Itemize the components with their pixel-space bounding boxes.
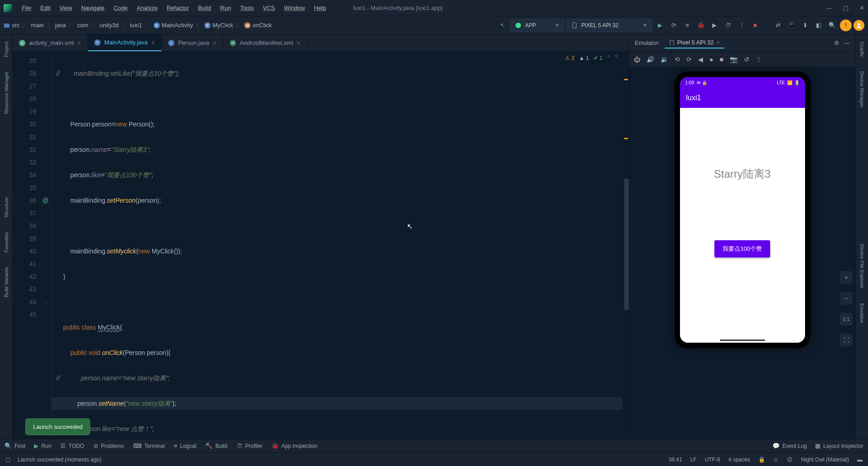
emu-overview-icon[interactable]: ■: [719, 56, 723, 63]
crumb-myclick[interactable]: CMyClick: [204, 22, 233, 29]
emu-rotate-left-icon[interactable]: ⟲: [675, 56, 680, 63]
close-tab-icon[interactable]: ×: [297, 39, 300, 47]
emulator-device-tab[interactable]: Pixel 5 API 32 ×: [665, 37, 725, 49]
code-editor[interactable]: ⚠ 2 ▲ 1 ✔ 1 ˄ ˅ 252627282930313233343536…: [13, 52, 629, 439]
emu-home-icon[interactable]: ●: [709, 56, 713, 63]
emu-volume-up-icon[interactable]: 🔊: [646, 56, 654, 63]
toggle-read-only-icon[interactable]: 🔒: [758, 456, 765, 463]
fold-end-icon[interactable]: ⌄: [40, 283, 51, 296]
crumb-com[interactable]: com: [77, 22, 88, 29]
tab-mainactivity[interactable]: C MainActivity.java ×: [88, 34, 162, 51]
emu-more-icon[interactable]: ⋮: [756, 56, 762, 63]
tool-layout-inspector[interactable]: ▦Layout Inspector: [815, 442, 863, 449]
menu-code[interactable]: Code: [109, 5, 132, 11]
tool-project[interactable]: Project: [4, 39, 9, 60]
menu-edit[interactable]: Edit: [36, 5, 55, 11]
line-separator[interactable]: LF: [690, 456, 697, 463]
theme-name[interactable]: Night Owl (Material): [801, 456, 849, 463]
emu-rotate-right-icon[interactable]: ⟳: [686, 56, 692, 63]
avd-manager-icon[interactable]: 📱: [786, 19, 797, 31]
menu-help[interactable]: Help: [309, 5, 331, 11]
tool-event-log[interactable]: 💬Event Log: [772, 442, 807, 449]
menu-navigate[interactable]: Navigate: [77, 5, 109, 11]
prev-highlight-icon[interactable]: ˄: [607, 54, 610, 62]
face-icon[interactable]: ☺: [773, 456, 779, 463]
crumb-onclick[interactable]: monClick: [244, 22, 272, 29]
stop-button[interactable]: ■: [749, 19, 761, 31]
tool-device-manager[interactable]: Device Manager: [859, 68, 865, 110]
debug-icon[interactable]: 🐞: [695, 19, 707, 31]
close-emulator-tab-icon[interactable]: ×: [717, 39, 720, 46]
coverage-icon[interactable]: ▶: [709, 19, 720, 31]
zoom-actual-icon[interactable]: 1:1: [840, 313, 853, 325]
tool-todo[interactable]: ☰TODO: [60, 442, 84, 449]
zoom-out-icon[interactable]: −: [840, 292, 853, 305]
maximize-icon[interactable]: ▢: [843, 5, 849, 11]
menu-run[interactable]: Run: [216, 5, 236, 11]
crumb-luxi1[interactable]: luxi1: [130, 22, 142, 29]
menu-vcs[interactable]: VCS: [258, 5, 280, 11]
apply-code-changes-icon[interactable]: ≡: [681, 19, 693, 31]
build-hammer-icon[interactable]: ↖: [497, 19, 508, 31]
menu-window[interactable]: Window: [280, 5, 309, 11]
crumb-src[interactable]: src: [4, 22, 19, 29]
tool-gradle[interactable]: Gradle: [859, 39, 865, 59]
attach-debugger-icon[interactable]: ⋮: [736, 19, 747, 31]
error-stripe[interactable]: [622, 52, 629, 439]
resource-manager-icon[interactable]: ◧: [813, 19, 825, 31]
emulator-minimize-icon[interactable]: —: [844, 39, 850, 46]
sync-gradle-icon[interactable]: ⇄: [772, 19, 784, 31]
tool-device-file-explorer[interactable]: Device File Explorer: [859, 241, 865, 291]
memory-indicator-icon[interactable]: ▬: [857, 456, 863, 463]
emu-back-icon[interactable]: ◀: [698, 56, 703, 63]
tool-logcat[interactable]: ≡Logcat: [174, 442, 197, 449]
device-selector[interactable]: PIXEL 5 API 32 ▼: [566, 19, 652, 32]
crumb-mainactivity[interactable]: CMainActivity: [154, 22, 193, 29]
emu-volume-down-icon[interactable]: 🔉: [661, 56, 668, 63]
tab-manifest[interactable]: M AndroidManifest.xml ×: [223, 34, 307, 51]
phone-screen[interactable]: 1:09 ✉ 🔒 LTE 📶 🔋 luxi1 Starry陆离3 我要点1: [680, 77, 805, 343]
file-encoding[interactable]: UTF-8: [705, 456, 720, 463]
apply-changes-icon[interactable]: ⟳: [668, 19, 680, 31]
fold-end-icon[interactable]: ⌄: [40, 308, 51, 321]
emulator-settings-icon[interactable]: ⚙: [834, 39, 839, 46]
crumb-main[interactable]: main: [31, 22, 43, 29]
close-tab-icon[interactable]: ×: [213, 39, 217, 47]
caret-position[interactable]: 38:41: [669, 456, 682, 463]
tool-app-inspection[interactable]: 🐞App Inspection: [271, 442, 317, 449]
close-tab-icon[interactable]: ×: [151, 39, 155, 46]
tool-terminal[interactable]: ⌨Terminal: [133, 442, 165, 449]
typo-badge[interactable]: ✔ 1: [593, 55, 603, 61]
tool-resource-manager[interactable]: Resource Manager: [4, 69, 9, 117]
indent-setting[interactable]: 4 spaces: [728, 456, 750, 463]
search-everywhere-icon[interactable]: 🔍: [826, 19, 838, 31]
phone-like-button[interactable]: 我要点100个赞: [714, 240, 770, 257]
tool-structure[interactable]: Structure: [4, 194, 9, 220]
tab-activity-main[interactable]: x activity_main.xml ×: [13, 34, 88, 51]
menu-view[interactable]: View: [55, 5, 77, 11]
sdk-manager-icon[interactable]: ⬇: [799, 19, 811, 31]
crumb-unity3d[interactable]: unity3d: [100, 22, 119, 29]
zoom-fit-icon[interactable]: ⛶: [840, 334, 853, 346]
face-sad-icon[interactable]: ☹: [787, 456, 793, 463]
profile-icon[interactable]: ⏱: [722, 19, 734, 31]
menu-tools[interactable]: Tools: [236, 5, 258, 11]
close-tab-icon[interactable]: ×: [77, 39, 81, 47]
scrollbar-thumb[interactable]: [624, 179, 629, 310]
menu-build[interactable]: Build: [193, 5, 216, 11]
tool-build[interactable]: 🔨Build: [205, 442, 227, 449]
fold-end-icon[interactable]: ⌄: [40, 156, 51, 169]
tab-person[interactable]: C Person.java ×: [162, 34, 223, 51]
close-icon[interactable]: ✕: [859, 5, 864, 11]
tool-windows-toggle-icon[interactable]: ▢: [5, 456, 10, 463]
tool-find[interactable]: 🔍Find: [5, 442, 25, 449]
ide-errors-icon[interactable]: !: [840, 19, 852, 31]
code-lines[interactable]: // mainBinding.setLike("我要点10个赞"); Perso…: [52, 52, 622, 439]
emu-screenshot-icon[interactable]: 📷: [730, 56, 738, 63]
minimize-icon[interactable]: —: [826, 5, 832, 11]
emu-snapshot-icon[interactable]: ↺: [744, 56, 749, 63]
tool-emulator[interactable]: Emulator: [859, 301, 865, 326]
next-highlight-icon[interactable]: ˅: [615, 54, 618, 62]
override-gutter-icon[interactable]: @: [40, 194, 51, 207]
weak-warning-badge[interactable]: ▲ 1: [579, 55, 589, 61]
